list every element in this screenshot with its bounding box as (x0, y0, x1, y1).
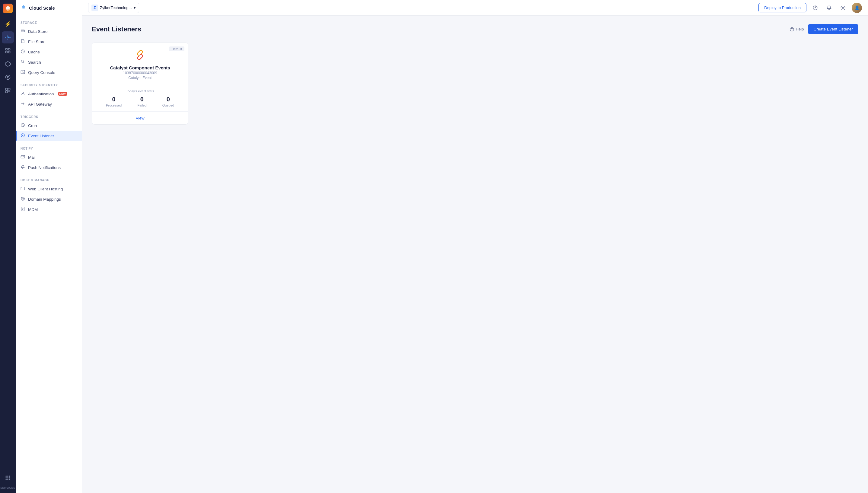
security-section-label: SECURITY & IDENTITY (16, 84, 82, 89)
sidebar-item-mdm[interactable]: MDM (16, 204, 82, 215)
svg-point-0 (7, 37, 9, 38)
card-top: Default Catalyst Component Events 103870… (92, 43, 188, 85)
sidebar-item-search[interactable]: Search (16, 57, 82, 67)
processed-label: Processed (106, 104, 122, 107)
queued-label: Queued (162, 104, 174, 107)
today-stats-label: Today's event stats (98, 89, 182, 93)
event-card-catalyst: Default Catalyst Component Events 103870… (92, 43, 188, 125)
sidebar-item-datastore[interactable]: Data Store (16, 26, 82, 37)
auth-icon (21, 91, 25, 97)
sidebar-item-cron[interactable]: Cron (16, 121, 82, 131)
svg-rect-3 (6, 51, 7, 53)
sidebar-item-apigateway[interactable]: API Gateway (16, 99, 82, 109)
sidebar-item-queryconsole[interactable]: Query Console (16, 67, 82, 78)
cron-label: Cron (28, 123, 37, 128)
stat-processed: 0 Processed (106, 96, 122, 107)
queued-value: 0 (162, 96, 174, 103)
card-stats: Today's event stats 0 Processed 0 Failed… (92, 85, 188, 112)
rail-icon-circuitbay[interactable] (2, 58, 14, 70)
help-link-label: Help (796, 27, 804, 31)
queryconsole-label: Query Console (28, 70, 55, 75)
svg-rect-15 (9, 477, 10, 478)
failed-value: 0 (137, 96, 146, 103)
mdm-icon (21, 207, 25, 212)
datastore-label: Data Store (28, 29, 48, 34)
domain-label: Domain Mappings (28, 197, 61, 201)
svg-rect-11 (7, 476, 8, 477)
notify-section: NOTIFY Mail Push Notifications (16, 142, 82, 174)
sidebar-title: Cloud Scale (29, 5, 55, 10)
help-link[interactable]: Help (789, 27, 804, 32)
eventlistener-label: Event Listener (28, 134, 54, 138)
auth-new-badge: NEW (58, 92, 67, 95)
topbar: Z ZylkerTechnolog... ▾ Deploy to Product… (82, 0, 868, 16)
stat-queued: 0 Queued (162, 96, 174, 107)
svg-rect-10 (5, 476, 6, 477)
sidebar-item-filestore[interactable]: File Store (16, 37, 82, 47)
sidebar-item-authentication[interactable]: Authentication NEW (16, 89, 82, 99)
rail-icon-integrations[interactable] (2, 45, 14, 57)
datastore-icon (21, 29, 25, 34)
settings-icon[interactable] (838, 3, 848, 13)
mail-icon (21, 154, 25, 160)
svg-rect-31 (21, 207, 24, 211)
services-label: Services (0, 486, 15, 489)
sidebar-item-cache[interactable]: Cache (16, 47, 82, 57)
content-area: Event Listeners Help Create Event Listen… (82, 16, 868, 493)
svg-point-29 (22, 187, 22, 187)
apigateway-icon (21, 101, 25, 107)
cache-icon (21, 49, 25, 55)
project-selector[interactable]: Z ZylkerTechnolog... ▾ (88, 3, 139, 13)
rail-icon-zia[interactable] (2, 71, 14, 83)
svg-rect-1 (6, 48, 7, 50)
cards-grid: Default Catalyst Component Events 103870… (92, 43, 858, 125)
page-header-actions: Help Create Event Listener (789, 24, 858, 34)
sidebar-item-eventlistener[interactable]: Event Listener (16, 131, 82, 141)
rail-icon-appbuilder[interactable] (2, 84, 14, 97)
notifications-icon[interactable] (824, 3, 834, 13)
sidebar-item-webclienthosting[interactable]: Web Client Hosting (16, 184, 82, 194)
cloud-scale-sidebar-icon (21, 4, 26, 12)
svg-rect-4 (8, 51, 10, 53)
rail-icon-cloudscale[interactable] (2, 31, 14, 43)
filestore-icon (21, 39, 25, 44)
svg-rect-14 (7, 477, 8, 478)
svg-rect-26 (21, 155, 25, 158)
storage-section: STORAGE Data Store File Store Cache Sear… (16, 16, 82, 79)
sidebar-item-mail[interactable]: Mail (16, 152, 82, 162)
project-initial: Z (91, 4, 98, 11)
mdm-label: MDM (28, 207, 38, 212)
rail-icon-apps[interactable] (2, 472, 14, 484)
app-logo[interactable] (3, 4, 13, 13)
svg-point-21 (21, 60, 24, 63)
deploy-button[interactable]: Deploy to Production (759, 3, 806, 13)
page-header: Event Listeners Help Create Event Listen… (92, 24, 858, 34)
search-label: Search (28, 60, 41, 65)
storage-section-label: STORAGE (16, 21, 82, 26)
hostmanage-section-label: HOST & MANAGE (16, 179, 82, 184)
card-logo (134, 49, 146, 62)
card-name: Catalyst Component Events (110, 65, 170, 70)
svg-point-28 (21, 187, 22, 187)
svg-point-34 (842, 7, 844, 8)
sidebar: Cloud Scale STORAGE Data Store File Stor… (16, 0, 82, 493)
svg-point-20 (21, 50, 24, 53)
domain-icon (21, 196, 25, 202)
icon-rail: ⚡ (0, 0, 16, 493)
failed-label: Failed (137, 104, 146, 107)
svg-point-23 (22, 92, 24, 93)
create-event-listener-button[interactable]: Create Event Listener (808, 24, 858, 34)
cache-label: Cache (28, 50, 40, 54)
auth-label: Authentication (28, 92, 54, 96)
card-id: 10387000000043009 (123, 71, 157, 75)
sidebar-item-pushnotifications[interactable]: Push Notifications (16, 162, 82, 173)
sidebar-header: Cloud Scale (16, 0, 82, 16)
sidebar-item-domainmappings[interactable]: Domain Mappings (16, 194, 82, 204)
rail-icon-functions[interactable]: ⚡ (2, 18, 14, 30)
help-icon[interactable] (810, 3, 820, 13)
user-avatar[interactable]: 👤 (852, 3, 862, 13)
queryconsole-icon (21, 70, 25, 75)
triggers-section-label: TRIGGERS (16, 115, 82, 121)
processed-value: 0 (106, 96, 122, 103)
view-link[interactable]: View (135, 116, 144, 121)
